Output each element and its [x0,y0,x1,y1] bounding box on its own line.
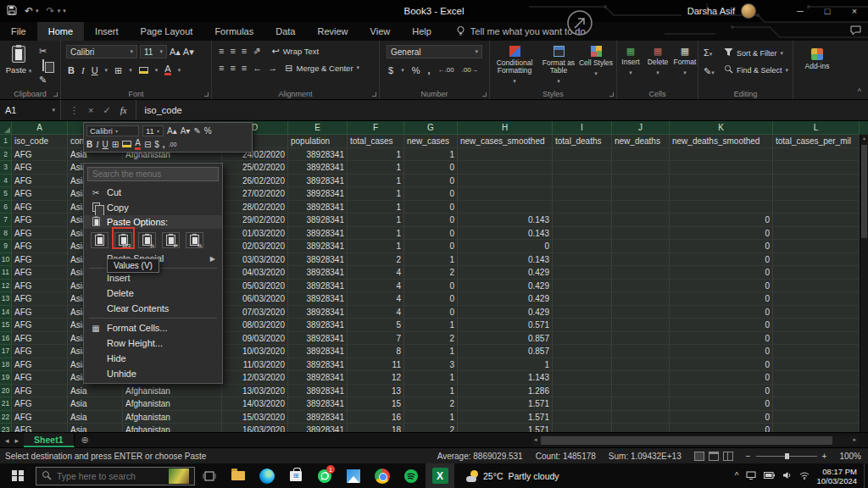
cell-I23[interactable] [553,424,612,432]
cell-E9[interactable]: 38928341 [288,240,348,253]
cell-A2[interactable]: AFG [12,148,68,162]
cell-A14[interactable]: AFG [12,306,68,319]
cell-A6[interactable]: AFG [12,201,68,214]
cell-J10[interactable] [612,253,670,267]
cell-H11[interactable]: 0.429 [458,266,553,280]
cell-G23[interactable]: 2 [404,424,458,432]
align-bottom-icon[interactable]: ≡ [242,46,247,56]
column-header-H[interactable]: H [458,121,553,135]
row-header-11[interactable]: 11 [0,266,12,280]
row-header-23[interactable]: 23 [0,424,12,432]
cell-G17[interactable]: 1 [404,345,458,358]
cell-B23[interactable]: Asia [68,424,123,432]
cell-H16[interactable]: 0.857 [458,332,553,346]
decrease-font-icon[interactable]: A▾ [183,47,194,57]
cell-E1[interactable]: population [288,135,348,148]
cell-G9[interactable]: 0 [404,240,458,253]
row-header-13[interactable]: 13 [0,292,12,306]
row-header-15[interactable]: 15 [0,319,12,332]
cell-A7[interactable]: AFG [12,214,68,227]
cell-I21[interactable] [553,397,612,411]
cell-J21[interactable] [612,397,670,411]
cut-icon[interactable]: ✂ [39,46,47,56]
zoom-out-icon[interactable]: − [746,452,751,461]
row-header-12[interactable]: 12 [0,280,12,293]
cell-E13[interactable]: 38928341 [288,292,348,306]
cell-F6[interactable]: 1 [348,201,404,214]
vertical-scrollbar-thumb[interactable] [861,145,867,238]
cell-E22[interactable]: 38928341 [288,411,348,424]
zoom-in-icon[interactable]: + [822,452,827,461]
cell-E5[interactable]: 38928341 [288,187,348,201]
cell-I16[interactable] [553,332,612,346]
italic-icon[interactable]: I [81,65,85,75]
whatsapp-button[interactable]: 1 [310,463,339,488]
decrease-decimal-icon[interactable]: .00→ [462,65,478,75]
hscroll-left-icon[interactable]: ◂ [534,436,537,443]
merge-center-button[interactable]: ⊟ Merge & Center ▾ [285,63,359,73]
align-right-icon[interactable]: ≡ [242,63,247,73]
row-header-21[interactable]: 21 [0,397,12,411]
mini-merge-icon[interactable]: ⊟ [144,140,151,149]
cell-A18[interactable]: AFG [12,358,68,372]
row-header-18[interactable]: 18 [0,358,12,372]
column-header-E[interactable]: E [288,121,348,135]
tray-volume-icon[interactable] [782,471,792,481]
cell-A22[interactable]: AFG [12,411,68,424]
cell-E2[interactable]: 38928341 [288,148,348,162]
cell-L18[interactable] [773,358,860,372]
tab-help[interactable]: Help [401,22,442,41]
cell-E23[interactable]: 38928341 [288,424,348,432]
cell-G22[interactable]: 1 [404,411,458,424]
cell-K23[interactable]: 0 [670,424,773,432]
cell-L20[interactable] [773,385,860,398]
cell-L4[interactable] [773,175,860,188]
fill-color-icon[interactable] [139,67,148,74]
row-header-9[interactable]: 9 [0,240,12,253]
cell-H2[interactable] [458,148,553,162]
menu-item-unhide[interactable]: Unhide [84,366,222,381]
find-select-button[interactable]: Find & Select ▾ [724,64,788,75]
cell-F14[interactable]: 4 [348,306,404,319]
cell-G4[interactable]: 0 [404,175,458,188]
search-highlight-image[interactable] [169,469,189,484]
cell-H18[interactable]: 1 [458,358,553,372]
cell-H13[interactable]: 0.429 [458,292,553,306]
page-break-view-icon[interactable] [723,452,733,461]
cell-G7[interactable]: 0 [404,214,458,227]
cell-L16[interactable] [773,332,860,346]
cell-H7[interactable]: 0.143 [458,214,553,227]
cell-K16[interactable]: 0 [670,332,773,346]
cell-H19[interactable]: 1.143 [458,371,553,385]
save-icon[interactable] [7,5,17,18]
cell-J15[interactable] [612,319,670,332]
row-header-1[interactable]: 1 [0,135,12,148]
cell-I11[interactable] [553,266,612,280]
paste-option-formulas-icon[interactable]: fx [138,232,156,248]
cell-J19[interactable] [612,371,670,385]
sheet-tab-sheet1[interactable]: Sheet1 [24,433,74,447]
cell-I3[interactable] [553,161,612,175]
font-size-combo[interactable]: 11▾ [140,45,167,58]
row-header-10[interactable]: 10 [0,253,12,267]
page-layout-view-icon[interactable] [709,452,719,461]
cell-J7[interactable] [612,214,670,227]
cell-L3[interactable] [773,161,860,175]
cell-G19[interactable]: 1 [404,371,458,385]
mini-underline-icon[interactable]: U [103,140,108,149]
cell-J12[interactable] [612,280,670,293]
cell-G12[interactable]: 0 [404,280,458,293]
column-header-A[interactable]: A [12,121,68,135]
cell-B21[interactable]: Asia [68,397,123,411]
cell-A16[interactable]: AFG [12,332,68,346]
undo-icon[interactable]: ↶ [25,5,33,17]
cell-A5[interactable]: AFG [12,187,68,201]
redo-icon[interactable]: ↷ [47,5,55,17]
new-sheet-icon[interactable]: ⊕ [81,435,89,446]
row-header-8[interactable]: 8 [0,227,12,241]
cell-D20[interactable]: 13/03/2020 [222,385,288,398]
cell-L13[interactable] [773,292,860,306]
font-name-combo[interactable]: Calibri▾ [66,45,137,58]
tab-insert[interactable]: Insert [84,22,130,41]
row-header-20[interactable]: 20 [0,385,12,398]
